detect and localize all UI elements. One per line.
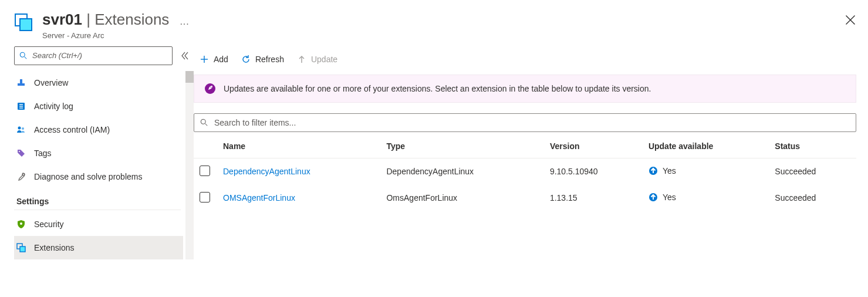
filter-box[interactable]	[194, 113, 856, 132]
svg-point-24	[201, 119, 205, 124]
diagnose-icon	[16, 172, 26, 181]
overview-icon	[16, 78, 26, 87]
refresh-button[interactable]: Refresh	[241, 55, 284, 64]
sidebar: Overview Activity log	[0, 46, 194, 259]
svg-rect-7	[20, 79, 22, 83]
update-available-icon	[649, 193, 658, 202]
extensions-table: Name Type Version Update available Statu…	[194, 134, 856, 211]
svg-point-4	[20, 52, 25, 57]
sidebar-item-label: Diagnose and solve problems	[34, 172, 142, 181]
svg-point-13	[22, 127, 24, 130]
column-checkbox	[194, 134, 217, 158]
column-status[interactable]: Status	[769, 134, 856, 158]
tag-icon	[16, 148, 26, 158]
sidebar-item-access-control[interactable]: Access control (IAM)	[14, 118, 183, 141]
search-icon	[200, 119, 208, 127]
update-available-text: Yes	[663, 166, 676, 176]
svg-line-5	[25, 57, 27, 59]
sidebar-group-settings: Settings	[14, 188, 181, 210]
svg-rect-6	[18, 83, 25, 86]
svg-point-14	[19, 151, 20, 152]
close-icon[interactable]	[845, 14, 856, 26]
extensions-icon	[16, 243, 26, 252]
rocket-icon	[205, 83, 215, 94]
sidebar-scrollbar-track[interactable]	[185, 71, 194, 259]
section-name: Extensions	[94, 11, 169, 28]
sidebar-item-tags[interactable]: Tags	[14, 141, 183, 165]
sidebar-item-diagnose[interactable]: Diagnose and solve problems	[14, 165, 183, 188]
svg-rect-18	[20, 247, 25, 252]
security-icon	[16, 220, 26, 229]
update-banner: Updates are available for one or more of…	[194, 75, 856, 103]
main-content: Add Refresh Update	[194, 46, 868, 259]
refresh-icon	[241, 55, 251, 64]
more-actions-button[interactable]: ···	[180, 19, 189, 29]
page-title: svr01 | Extensions Server - Azure Arc	[42, 11, 169, 41]
column-version[interactable]: Version	[544, 134, 643, 158]
extension-status: Succeeded	[769, 158, 856, 185]
sidebar-item-label: Tags	[34, 148, 52, 158]
filter-input[interactable]	[213, 117, 850, 128]
row-checkbox[interactable]	[200, 192, 210, 203]
column-update[interactable]: Update available	[643, 134, 769, 158]
resource-type-label: Server - Azure Arc	[42, 31, 169, 41]
update-available-text: Yes	[663, 193, 676, 202]
sidebar-search[interactable]	[14, 46, 173, 65]
sidebar-scrollbar-thumb[interactable]	[185, 71, 194, 83]
svg-point-12	[18, 126, 21, 129]
update-available-cell: Yes	[649, 193, 676, 202]
column-name[interactable]: Name	[217, 134, 380, 158]
svg-line-25	[205, 124, 208, 126]
table-row[interactable]: DependencyAgentLinux DependencyAgentLinu…	[194, 158, 856, 185]
update-available-cell: Yes	[649, 166, 676, 176]
banner-text: Updates are available for one or more of…	[224, 84, 651, 93]
sidebar-item-overview[interactable]: Overview	[14, 71, 183, 95]
sidebar-item-label: Overview	[34, 78, 68, 87]
activity-log-icon	[16, 102, 26, 111]
sidebar-search-input[interactable]	[31, 50, 167, 60]
iam-icon	[16, 125, 26, 134]
toolbar: Add Refresh Update	[194, 46, 856, 72]
collapse-sidebar-icon[interactable]	[180, 51, 189, 60]
update-label: Update	[311, 55, 337, 64]
update-available-icon	[649, 166, 658, 176]
add-button[interactable]: Add	[200, 55, 228, 64]
refresh-label: Refresh	[255, 55, 284, 64]
update-button: Update	[297, 55, 337, 64]
table-row[interactable]: OMSAgentForLinux OmsAgentForLinux 1.13.1…	[194, 185, 856, 211]
extension-type: DependencyAgentLinux	[380, 158, 543, 185]
sidebar-item-label: Access control (IAM)	[34, 125, 110, 134]
update-icon	[297, 55, 306, 64]
extension-version: 1.13.15	[544, 185, 643, 211]
svg-rect-1	[20, 19, 32, 31]
search-icon	[19, 52, 28, 60]
extension-name-link[interactable]: OMSAgentForLinux	[223, 193, 295, 203]
plus-icon	[200, 55, 209, 64]
sidebar-item-label: Extensions	[34, 243, 74, 252]
resource-icon	[14, 13, 33, 32]
svg-point-16	[20, 222, 22, 225]
table-header-row: Name Type Version Update available Statu…	[194, 134, 856, 158]
sidebar-item-label: Activity log	[34, 102, 73, 111]
svg-point-23	[211, 86, 212, 87]
row-checkbox[interactable]	[200, 166, 210, 176]
add-label: Add	[214, 55, 228, 64]
sidebar-item-security[interactable]: Security	[14, 212, 183, 236]
extension-name-link[interactable]: DependencyAgentLinux	[223, 167, 310, 176]
blade-header: svr01 | Extensions Server - Azure Arc ··…	[0, 0, 868, 46]
sidebar-item-activity-log[interactable]: Activity log	[14, 95, 183, 118]
extension-status: Succeeded	[769, 185, 856, 211]
title-separator: |	[86, 11, 94, 28]
column-type[interactable]: Type	[380, 134, 543, 158]
resource-name: svr01	[42, 11, 82, 28]
extension-version: 9.10.5.10940	[544, 158, 643, 185]
extension-type: OmsAgentForLinux	[380, 185, 543, 211]
sidebar-item-extensions[interactable]: Extensions	[14, 236, 183, 259]
sidebar-item-label: Security	[34, 220, 64, 229]
